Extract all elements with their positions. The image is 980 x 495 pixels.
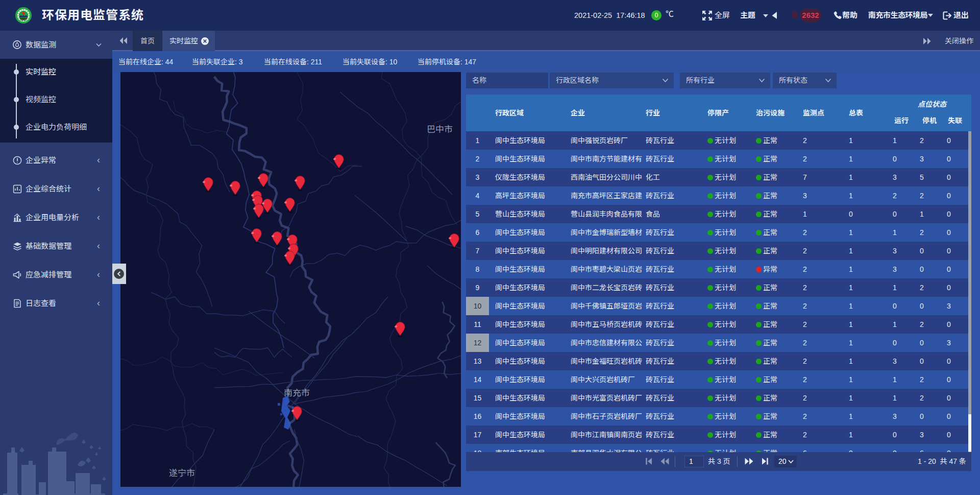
svg-text:巴中市: 巴中市 bbox=[427, 122, 453, 135]
svg-text:遂宁市: 遂宁市 bbox=[169, 466, 195, 479]
svg-text:南充市: 南充市 bbox=[284, 386, 310, 398]
